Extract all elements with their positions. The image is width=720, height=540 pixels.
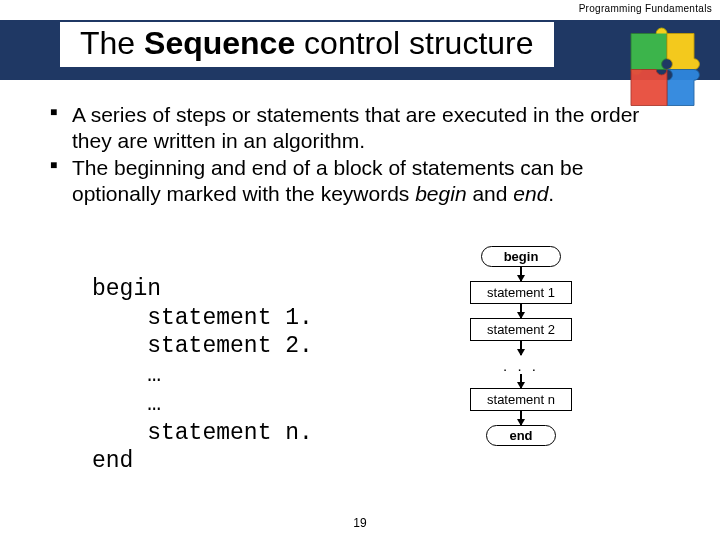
puzzle-icon <box>622 20 712 110</box>
code-line: statement 1. <box>92 305 313 331</box>
flow-arrow-icon <box>520 267 521 281</box>
title-pre: The <box>80 25 144 61</box>
code-line: … <box>92 391 161 417</box>
bullet-list: A series of steps or statements that are… <box>50 102 660 208</box>
code-line: statement n. <box>92 420 313 446</box>
course-label: Programming Fundamentals <box>579 3 712 14</box>
flow-box-statement-2: statement 2 <box>470 318 572 341</box>
page-number: 19 <box>353 516 366 530</box>
code-line: begin <box>92 276 161 302</box>
code-line: … <box>92 362 161 388</box>
keyword-begin: begin <box>415 182 466 205</box>
bullet-text: A series of steps or statements that are… <box>72 103 639 152</box>
title-bold: Sequence <box>144 25 295 61</box>
flow-terminal-begin: begin <box>481 246 562 267</box>
flow-box-statement-1: statement 1 <box>470 281 572 304</box>
bullet-item: A series of steps or statements that are… <box>50 102 660 153</box>
pseudocode-block: begin statement 1. statement 2. … … stat… <box>92 246 313 476</box>
flow-box-statement-n: statement n <box>470 388 572 411</box>
keyword-end: end <box>513 182 548 205</box>
title-post: control structure <box>295 25 533 61</box>
bullet-text: . <box>548 182 554 205</box>
flow-arrow-icon <box>520 411 521 425</box>
flow-arrow-icon <box>520 304 521 318</box>
flow-terminal-end: end <box>486 425 555 446</box>
flowchart: begin statement 1 statement 2 . . . stat… <box>436 246 606 446</box>
code-line: end <box>92 448 133 474</box>
slide-title: The Sequence control structure <box>60 22 554 67</box>
bullet-item: The beginning and end of a block of stat… <box>50 155 660 206</box>
code-line: statement 2. <box>92 333 313 359</box>
flow-ellipsis: . . . <box>503 355 539 374</box>
flow-arrow-icon <box>520 374 521 388</box>
bullet-text: and <box>467 182 514 205</box>
flow-arrow-icon <box>520 341 521 355</box>
